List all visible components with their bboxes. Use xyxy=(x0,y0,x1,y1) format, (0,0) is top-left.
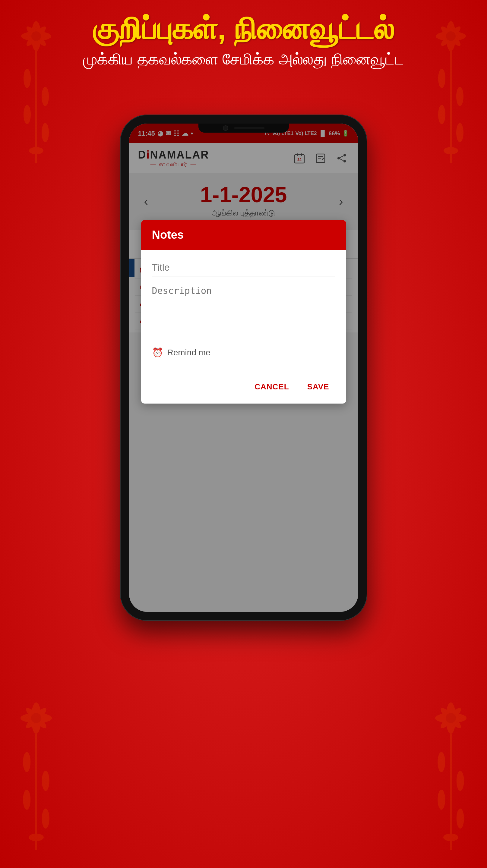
svg-point-29 xyxy=(42,771,50,791)
svg-point-7 xyxy=(41,87,49,106)
svg-point-26 xyxy=(31,713,41,723)
remind-row[interactable]: ⏰ Remind me xyxy=(152,341,335,364)
cancel-button[interactable]: CANCEL xyxy=(248,379,295,395)
svg-point-42 xyxy=(457,809,464,829)
svg-point-37 xyxy=(446,713,456,723)
svg-point-21 xyxy=(444,147,458,154)
svg-point-9 xyxy=(41,123,49,142)
save-button[interactable]: SAVE xyxy=(301,379,335,395)
notes-dialog-actions: CANCEL SAVE xyxy=(141,373,346,404)
svg-point-6 xyxy=(24,69,31,88)
notes-dialog-title: Notes xyxy=(152,228,335,241)
main-subtitle: முக்கிய தகவல்களை சேமிக்க அல்லது நினைவூட்… xyxy=(0,48,487,70)
svg-point-18 xyxy=(456,87,463,106)
phone-mockup: 11:45 ◕ ✉ ☷ ☁ • ⏱ Vo) LTE1 Vo) LTE2 ▐▌ 6… xyxy=(120,115,367,621)
phone-screen: 11:45 ◕ ✉ ☷ ☁ • ⏱ Vo) LTE1 Vo) LTE2 ▐▌ 6… xyxy=(129,124,358,612)
svg-point-32 xyxy=(29,834,44,841)
phone-outer: 11:45 ◕ ✉ ☷ ☁ • ⏱ Vo) LTE1 Vo) LTE2 ▐▌ 6… xyxy=(120,115,367,621)
header-area: குறிப்புகள், நினைவூட்டல் முக்கிய தகவல்கள… xyxy=(0,12,487,70)
svg-point-28 xyxy=(23,752,30,772)
notes-dialog-body: ⏰ Remind me xyxy=(141,250,346,373)
main-title: குறிப்புகள், நினைவூட்டல் xyxy=(0,12,487,45)
svg-point-40 xyxy=(457,771,464,791)
dialog-overlay[interactable]: Notes ⏰ Remind me CANCEL SAVE xyxy=(129,124,358,612)
notes-description-input[interactable] xyxy=(152,282,335,337)
svg-point-10 xyxy=(29,147,43,154)
svg-point-19 xyxy=(438,105,446,124)
svg-point-39 xyxy=(437,752,445,772)
notes-dialog: Notes ⏰ Remind me CANCEL SAVE xyxy=(141,220,346,404)
notes-title-input[interactable] xyxy=(152,259,335,276)
svg-point-17 xyxy=(438,69,446,88)
svg-point-30 xyxy=(23,789,30,810)
svg-point-43 xyxy=(443,834,458,841)
alarm-icon: ⏰ xyxy=(152,347,163,358)
svg-point-20 xyxy=(456,123,463,142)
notes-dialog-header: Notes xyxy=(141,220,346,250)
svg-point-8 xyxy=(24,105,31,124)
remind-label: Remind me xyxy=(168,348,211,358)
svg-point-31 xyxy=(42,809,50,829)
svg-point-41 xyxy=(437,789,445,810)
